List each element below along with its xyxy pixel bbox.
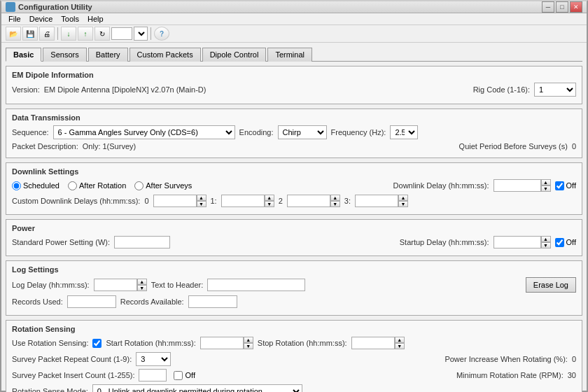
delay3-up[interactable]: ▲ <box>398 195 408 201</box>
rotation-row4: Rotation Sense Mode: 0 - Uplink and down… <box>12 384 576 392</box>
text-header-input[interactable] <box>207 279 305 291</box>
start-rotation-down[interactable]: ▼ <box>244 343 253 349</box>
delay2-up[interactable]: ▲ <box>330 195 340 201</box>
download-button[interactable]: ↓ <box>61 27 76 41</box>
delay1-down[interactable]: ▼ <box>265 201 274 207</box>
delay2-input[interactable]: 00:30:00 <box>287 195 330 207</box>
title-bar-left: Configuration Utility <box>6 2 92 12</box>
delay3-spinner: 01:00:00 ▲ ▼ <box>355 195 408 207</box>
delay1-up[interactable]: ▲ <box>265 195 274 201</box>
startup-up[interactable]: ▲ <box>541 236 551 242</box>
log-delay-up[interactable]: ▲ <box>137 279 147 285</box>
downlink-off-checkbox[interactable]: Off <box>555 181 576 190</box>
refresh-button[interactable]: ↻ <box>94 27 110 41</box>
radio-after-surveys[interactable]: After Surveys <box>134 181 192 190</box>
minimize-button[interactable]: ─ <box>542 1 554 13</box>
rotation-row2: Survey Packet Repeat Count (1-9): 312 Po… <box>12 352 576 366</box>
delay2-down[interactable]: ▼ <box>330 201 340 207</box>
log-delay-spin-btns: ▲ ▼ <box>137 279 147 291</box>
frequency-select[interactable]: 2.5 <box>390 125 418 139</box>
version-label: Version: <box>12 85 40 94</box>
tab-basic[interactable]: Basic <box>6 48 41 62</box>
menu-device[interactable]: Device <box>25 13 57 24</box>
app-icon <box>6 2 15 12</box>
delay3-input[interactable]: 01:00:00 <box>355 195 398 207</box>
toolbar-spin-input[interactable]: 10 <box>111 27 132 40</box>
delay0-input[interactable]: 00:05:00 <box>153 195 197 207</box>
rotation-mode-select[interactable]: 0 - Uplink and downlink permitted during… <box>92 384 302 392</box>
radio-scheduled-label: Scheduled <box>23 181 59 190</box>
startup-delay-input[interactable]: 00:00:00 <box>493 236 541 248</box>
log-row2: Records Used: 28467 Records Available: 1… <box>12 295 576 308</box>
toolbar-spin-select[interactable] <box>134 27 148 41</box>
insert-count-input[interactable]: 0 <box>139 369 167 382</box>
upload-button[interactable]: ↑ <box>78 27 93 41</box>
save-button[interactable]: 💾 <box>22 27 38 41</box>
close-button[interactable]: ✕ <box>570 1 582 13</box>
rotation-mode-label: Rotation Sense Mode: <box>12 387 88 392</box>
print-button[interactable]: 🖨 <box>39 27 55 41</box>
rotation-row3: Survey Packet Insert Count (1-255): 0 Of… <box>12 369 576 382</box>
delay3-spin-btns: ▲ ▼ <box>398 195 408 207</box>
help-button[interactable]: ? <box>154 27 169 41</box>
delay1-input[interactable]: 00:10:00 <box>221 195 265 207</box>
tab-custom-packets[interactable]: Custom Packets <box>130 48 201 62</box>
downlink-delay-label: Downlink Delay (hh:mm:ss): <box>393 181 489 190</box>
start-rotation-up[interactable]: ▲ <box>244 337 253 343</box>
open-button[interactable]: 📂 <box>6 27 21 41</box>
downlink-off-label: Off <box>566 181 576 190</box>
power-title: Power <box>12 224 576 232</box>
tab-terminal[interactable]: Terminal <box>267 48 312 62</box>
tab-battery[interactable]: Battery <box>88 48 128 62</box>
startup-down[interactable]: ▼ <box>541 242 551 248</box>
stop-rotation-down[interactable]: ▼ <box>395 343 405 349</box>
power-setting-input[interactable]: 22 <box>114 236 170 248</box>
stop-rotation-input[interactable]: 00:00:30 <box>351 337 395 349</box>
start-rotation-spin-btns: ▲ ▼ <box>244 337 253 349</box>
rotation-off-checkbox[interactable]: Off <box>174 371 195 380</box>
menu-help[interactable]: Help <box>83 13 108 24</box>
downlink-delay-input[interactable]: 00:30:00 <box>493 179 541 192</box>
radio-scheduled[interactable]: Scheduled <box>12 181 59 190</box>
records-avail-input[interactable]: 121514 <box>188 295 237 308</box>
encoding-select[interactable]: Chirp <box>278 125 327 139</box>
power-setting-label: Standard Power Setting (W): <box>12 238 110 246</box>
maximize-button[interactable]: □ <box>556 1 568 13</box>
downlink-delay-up[interactable]: ▲ <box>541 179 551 186</box>
tab-dipole-control[interactable]: Dipole Control <box>202 48 267 62</box>
data-transmission-panel: Data Transmission Sequence: 6 - Gamma An… <box>6 108 582 158</box>
downlink-delay-down[interactable]: ▼ <box>541 186 551 192</box>
stop-rotation-up[interactable]: ▲ <box>395 337 405 343</box>
radio-after-rotation[interactable]: After Rotation <box>68 181 126 190</box>
rig-code-select[interactable]: 123 <box>534 83 576 97</box>
rotation-panel: Rotation Sensing Use Rotation Sensing: S… <box>6 320 582 392</box>
radio-after-rotation-label: After Rotation <box>79 181 126 190</box>
delay0-up[interactable]: ▲ <box>197 195 206 201</box>
title-bar: Configuration Utility ─ □ ✕ <box>1 1 587 13</box>
tab-bar: Basic Sensors Battery Custom Packets Dip… <box>6 47 582 62</box>
repeat-count-select[interactable]: 312 <box>136 352 171 366</box>
toolbar-sep1 <box>57 27 58 40</box>
log-delay-down[interactable]: ▼ <box>137 285 147 291</box>
menu-tools[interactable]: Tools <box>57 13 83 24</box>
erase-log-button[interactable]: Erase Log <box>526 277 576 293</box>
data-transmission-title: Data Transmission <box>12 113 576 122</box>
em-dipole-panel: EM Dipole Information Version: EM Dipole… <box>6 66 582 104</box>
start-rotation-label: Start Rotation (hh:mm:ss): <box>106 339 195 347</box>
menu-file[interactable]: File <box>4 13 25 24</box>
startup-delay-spin-btns: ▲ ▼ <box>541 236 551 248</box>
em-dipole-row: Version: EM Dipole Antenna [DipoleNX] v2… <box>12 83 576 97</box>
startup-off-checkbox[interactable]: Off <box>555 238 576 247</box>
packet-desc-value: Only: 1(Survey) <box>83 142 136 150</box>
start-rotation-input[interactable]: 00:00:30 <box>200 337 244 349</box>
delay3-down[interactable]: ▼ <box>398 201 408 207</box>
use-rotation-checkbox[interactable] <box>92 339 102 348</box>
sequence-select[interactable]: 6 - Gamma Angles Survey Only (CDS=6) <box>53 125 235 139</box>
records-used-input[interactable]: 28467 <box>67 295 116 308</box>
delay2-spin-btns: ▲ ▼ <box>330 195 340 207</box>
power-row: Standard Power Setting (W): 22 Startup D… <box>12 236 576 248</box>
tab-sensors[interactable]: Sensors <box>43 48 86 62</box>
delay0-down[interactable]: ▼ <box>197 201 206 207</box>
delay0-label: 0 <box>144 197 148 205</box>
log-delay-input[interactable]: 00:00:15 <box>94 279 137 291</box>
